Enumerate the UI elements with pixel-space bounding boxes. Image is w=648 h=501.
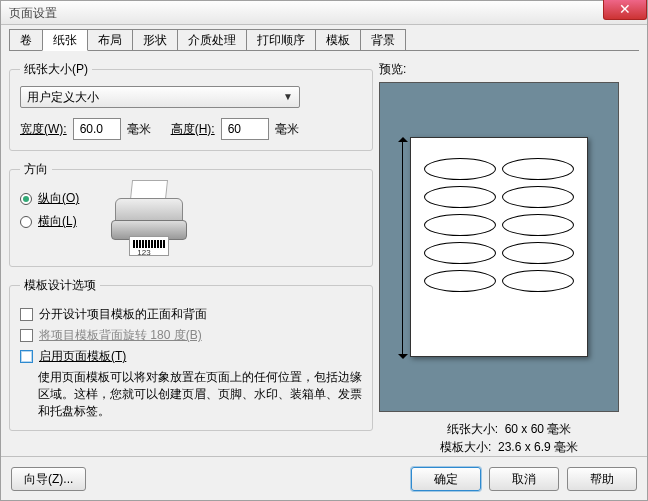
ok-button[interactable]: 确定 bbox=[411, 467, 481, 491]
preview-box bbox=[379, 82, 619, 412]
tab-shape[interactable]: 形状 bbox=[132, 29, 178, 50]
paper-size-info-value: 60 x 60 毫米 bbox=[505, 422, 572, 436]
check-enable-page-template[interactable]: 启用页面模板(T) bbox=[20, 348, 362, 365]
chevron-down-icon: ▼ bbox=[283, 87, 293, 107]
width-unit: 毫米 bbox=[127, 121, 151, 138]
height-unit: 毫米 bbox=[275, 121, 299, 138]
close-button[interactable]: ✕ bbox=[603, 0, 647, 20]
paper-size-group: 纸张大小(P) 用户定义大小 ▼ 宽度(W): 60.0 毫米 高度(H): 6… bbox=[9, 61, 373, 151]
check-separate-front-back[interactable]: 分开设计项目模板的正面和背面 bbox=[20, 306, 362, 323]
window-title: 页面设置 bbox=[9, 6, 57, 20]
tab-background[interactable]: 背景 bbox=[360, 29, 406, 50]
paper-size-select[interactable]: 用户定义大小 ▼ bbox=[20, 86, 300, 108]
preview-page bbox=[410, 137, 588, 357]
radio-dot-icon bbox=[20, 193, 32, 205]
help-button[interactable]: 帮助 bbox=[567, 467, 637, 491]
template-options-legend: 模板设计选项 bbox=[20, 277, 100, 294]
tab-roll[interactable]: 卷 bbox=[9, 29, 43, 50]
template-options-group: 模板设计选项 分开设计项目模板的正面和背面 将项目模板背面旋转 180 度(B)… bbox=[9, 277, 373, 431]
content: 卷 纸张 布局 形状 介质处理 打印顺序 模板 背景 纸张大小(P) 用户定义大… bbox=[1, 25, 647, 456]
body: 纸张大小(P) 用户定义大小 ▼ 宽度(W): 60.0 毫米 高度(H): 6… bbox=[9, 51, 639, 456]
checkbox-icon bbox=[20, 350, 33, 363]
width-label: 宽度(W): bbox=[20, 121, 67, 138]
height-input[interactable]: 60 bbox=[221, 118, 269, 140]
tab-print-order[interactable]: 打印顺序 bbox=[246, 29, 316, 50]
tab-template[interactable]: 模板 bbox=[315, 29, 361, 50]
height-label: 高度(H): bbox=[171, 121, 215, 138]
template-desc: 使用页面模板可以将对象放置在页面上的任何位置，包括边缘区域。这样，您就可以创建页… bbox=[38, 369, 362, 420]
paper-size-value: 用户定义大小 bbox=[27, 87, 99, 107]
height-indicator-icon bbox=[402, 138, 403, 358]
tab-media[interactable]: 介质处理 bbox=[177, 29, 247, 50]
checkbox-icon bbox=[20, 308, 33, 321]
template-size-info-value: 23.6 x 6.9 毫米 bbox=[498, 440, 578, 454]
printer-icon: 123 bbox=[109, 186, 189, 256]
wizard-button[interactable]: 向导(Z)... bbox=[11, 467, 86, 491]
right-column: 预览: 纸张大小: 60 x 60 毫米 bbox=[379, 61, 639, 456]
radio-dot-icon bbox=[20, 216, 32, 228]
cancel-button[interactable]: 取消 bbox=[489, 467, 559, 491]
page-setup-dialog: 页面设置 ✕ 卷 纸张 布局 形状 介质处理 打印顺序 模板 背景 纸张大小(P… bbox=[0, 0, 648, 501]
radio-landscape-label: 横向(L) bbox=[38, 213, 77, 230]
template-size-info-label: 模板大小: bbox=[440, 440, 491, 454]
checkbox-icon bbox=[20, 329, 33, 342]
orientation-legend: 方向 bbox=[20, 161, 52, 178]
button-bar: 向导(Z)... 确定 取消 帮助 bbox=[1, 456, 647, 500]
left-column: 纸张大小(P) 用户定义大小 ▼ 宽度(W): 60.0 毫米 高度(H): 6… bbox=[9, 61, 379, 456]
radio-portrait-label: 纵向(O) bbox=[38, 190, 79, 207]
radio-landscape[interactable]: 横向(L) bbox=[20, 213, 79, 230]
width-input[interactable]: 60.0 bbox=[73, 118, 121, 140]
paper-size-legend: 纸张大小(P) bbox=[20, 61, 92, 78]
preview-info: 纸张大小: 60 x 60 毫米 模板大小: 23.6 x 6.9 毫米 bbox=[379, 420, 639, 456]
tab-layout[interactable]: 布局 bbox=[87, 29, 133, 50]
titlebar: 页面设置 ✕ bbox=[1, 1, 647, 25]
check-rotate-back: 将项目模板背面旋转 180 度(B) bbox=[20, 327, 362, 344]
orientation-group: 方向 纵向(O) 横向(L) bbox=[9, 161, 373, 267]
radio-portrait[interactable]: 纵向(O) bbox=[20, 190, 79, 207]
paper-size-info-label: 纸张大小: bbox=[447, 422, 498, 436]
preview-label: 预览: bbox=[379, 61, 639, 78]
dimensions-row: 宽度(W): 60.0 毫米 高度(H): 60 毫米 bbox=[20, 118, 362, 140]
tab-paper[interactable]: 纸张 bbox=[42, 29, 88, 51]
tab-strip: 卷 纸张 布局 形状 介质处理 打印顺序 模板 背景 bbox=[9, 29, 639, 51]
